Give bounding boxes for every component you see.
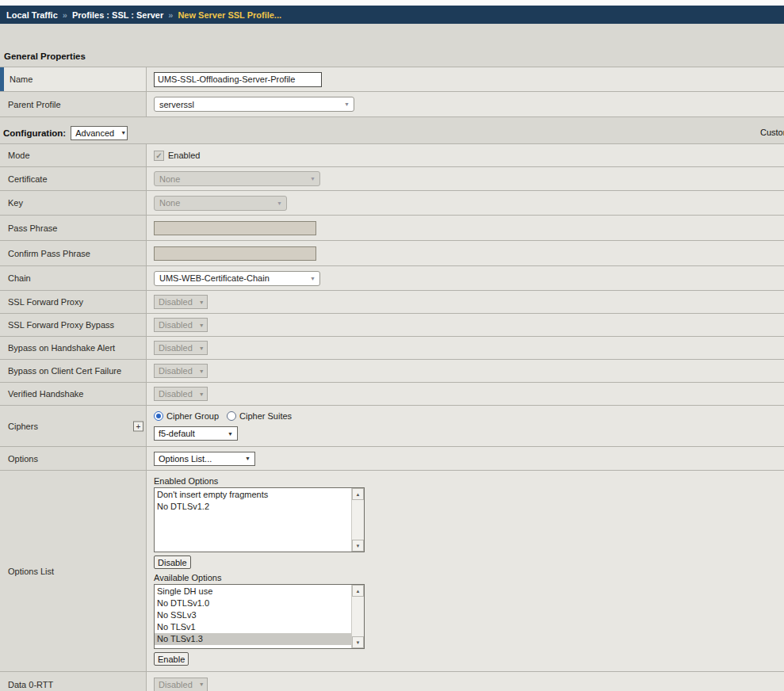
data-0-rtt-selected-value: Disabled bbox=[159, 680, 193, 689]
row-mode: Mode ✓ Enabled bbox=[0, 144, 784, 167]
chain-dropdown[interactable]: UMS-WEB-Certificate-Chain ▼ bbox=[154, 271, 320, 286]
expand-button[interactable]: + bbox=[133, 421, 143, 431]
cipher-group-selected-value: f5-default bbox=[159, 429, 195, 438]
disable-button[interactable]: Disable bbox=[154, 555, 191, 569]
verified-handshake-selected-value: Disabled bbox=[159, 389, 193, 399]
list-item[interactable]: Don't insert empty fragments bbox=[155, 489, 351, 501]
confirm-pass-phrase-input bbox=[154, 246, 316, 261]
key-value-cell: None ▼ bbox=[147, 191, 784, 215]
bypass-on-client-cert-failure-label: Bypass on Client Cert Failure bbox=[0, 360, 147, 382]
bypass-on-handshake-alert-value-cell: Disabled ▼ bbox=[147, 337, 784, 359]
ssl-forward-proxy-bypass-select: Disabled ▼ bbox=[154, 318, 208, 332]
ssl-forward-proxy-bypass-label: SSL Forward Proxy Bypass bbox=[0, 314, 147, 336]
certificate-dropdown: None ▼ bbox=[154, 171, 320, 186]
mode-label: Mode bbox=[0, 144, 147, 166]
cipher-suites-radio[interactable] bbox=[227, 411, 236, 421]
mode-value-cell: ✓ Enabled bbox=[147, 144, 784, 166]
bypass-on-handshake-alert-select: Disabled ▼ bbox=[154, 341, 208, 355]
configuration-view-select[interactable]: Advanced ▼ bbox=[71, 126, 128, 140]
pass-phrase-label: Pass Phrase bbox=[0, 216, 147, 240]
chevron-down-icon: ▼ bbox=[310, 176, 316, 181]
enable-button[interactable]: Enable bbox=[154, 652, 189, 666]
list-item[interactable]: No TLSv1 bbox=[155, 621, 351, 633]
scroll-down-icon[interactable]: ▼ bbox=[352, 540, 364, 552]
scrollbar[interactable]: ▲ ▼ bbox=[351, 585, 364, 648]
certificate-value-cell: None ▼ bbox=[147, 167, 784, 190]
ciphers-radio-group: Cipher Group Cipher Suites bbox=[154, 411, 300, 421]
chain-selected-value: UMS-WEB-Certificate-Chain bbox=[159, 273, 270, 283]
ciphers-label-cell: Ciphers + bbox=[0, 406, 147, 446]
scrollbar[interactable]: ▲ ▼ bbox=[351, 488, 364, 552]
chevron-down-icon: ▼ bbox=[199, 323, 205, 328]
row-options: Options Options List... ▼ bbox=[0, 447, 784, 471]
verified-handshake-select: Disabled ▼ bbox=[154, 387, 208, 401]
cipher-suites-radio-label: Cipher Suites bbox=[239, 411, 292, 421]
general-properties-title: General Properties bbox=[4, 52, 784, 61]
bypass-on-handshake-alert-label: Bypass on Handshake Alert bbox=[0, 337, 147, 359]
pass-phrase-input bbox=[154, 221, 316, 235]
options-select[interactable]: Options List... ▼ bbox=[154, 452, 255, 466]
enabled-options-listbox[interactable]: Don't insert empty fragments No DTLSv1.2… bbox=[154, 487, 365, 552]
certificate-selected-value: None bbox=[159, 174, 180, 184]
chevron-down-icon: ▼ bbox=[199, 368, 205, 374]
chevron-down-icon: ▼ bbox=[310, 276, 316, 281]
row-certificate: Certificate None ▼ bbox=[0, 167, 784, 191]
row-confirm-pass-phrase: Confirm Pass Phrase bbox=[0, 241, 784, 266]
name-value-cell bbox=[147, 67, 784, 91]
certificate-label: Certificate bbox=[0, 167, 147, 190]
verified-handshake-label: Verified Handshake bbox=[0, 383, 147, 405]
options-list-value-cell: Enabled Options Don't insert empty fragm… bbox=[147, 471, 784, 671]
breadcrumb-profiles-ssl-server[interactable]: Profiles : SSL : Server bbox=[72, 10, 163, 20]
options-list-label: Options List bbox=[0, 471, 147, 671]
scroll-down-icon[interactable]: ▼ bbox=[352, 636, 364, 648]
data-0-rtt-label: Data 0-RTT bbox=[0, 672, 147, 691]
options-value-cell: Options List... ▼ bbox=[147, 447, 784, 470]
chevron-down-icon: ▼ bbox=[344, 101, 350, 107]
check-icon: ✓ bbox=[155, 151, 162, 160]
chevron-down-icon: ▼ bbox=[199, 300, 205, 305]
ssl-forward-proxy-bypass-selected-value: Disabled bbox=[159, 320, 193, 330]
available-options-listbox[interactable]: Single DH use No DTLSv1.0 No SSLv3 No TL… bbox=[154, 584, 365, 649]
bypass-on-handshake-alert-selected-value: Disabled bbox=[159, 343, 193, 353]
parent-profile-selected-value: serverssl bbox=[159, 100, 194, 109]
parent-profile-value-cell: serverssl ▼ bbox=[147, 92, 784, 116]
ciphers-value-cell: Cipher Group Cipher Suites f5-default ▼ bbox=[147, 406, 784, 446]
list-item[interactable]: Single DH use bbox=[155, 586, 351, 597]
bypass-on-client-cert-failure-selected-value: Disabled bbox=[159, 366, 193, 376]
row-bypass-on-handshake-alert: Bypass on Handshake Alert Disabled ▼ bbox=[0, 337, 784, 360]
ssl-forward-proxy-bypass-value-cell: Disabled ▼ bbox=[147, 314, 784, 336]
configuration-label: Configuration: bbox=[3, 128, 66, 138]
available-options-items: Single DH use No DTLSv1.0 No SSLv3 No TL… bbox=[155, 585, 351, 648]
breadcrumb-current-page: New Server SSL Profile... bbox=[178, 10, 281, 20]
ssl-forward-proxy-value-cell: Disabled ▼ bbox=[147, 291, 784, 313]
scroll-up-icon[interactable]: ▲ bbox=[352, 488, 364, 500]
cipher-group-radio[interactable] bbox=[154, 411, 163, 421]
chevron-down-icon: ▼ bbox=[245, 456, 250, 461]
cipher-group-radio-label: Cipher Group bbox=[166, 411, 219, 421]
cipher-group-select[interactable]: f5-default ▼ bbox=[154, 426, 238, 441]
row-name: Name bbox=[0, 67, 784, 92]
configuration-bar: Configuration: Advanced ▼ Custom bbox=[0, 122, 784, 143]
ssl-forward-proxy-select: Disabled ▼ bbox=[154, 295, 208, 309]
row-ciphers: Ciphers + Cipher Group Cipher Suites f5-… bbox=[0, 406, 784, 447]
confirm-pass-phrase-value-cell bbox=[147, 241, 784, 265]
name-input[interactable] bbox=[154, 72, 322, 87]
chevron-down-icon: ▼ bbox=[277, 200, 282, 206]
breadcrumb-local-traffic[interactable]: Local Traffic bbox=[6, 10, 58, 20]
list-item[interactable]: No DTLSv1.2 bbox=[155, 501, 351, 513]
list-item-selected[interactable]: No TLSv1.3 bbox=[155, 633, 351, 645]
chevron-down-icon: ▼ bbox=[199, 391, 205, 397]
mode-checkbox-label: Enabled bbox=[168, 151, 200, 160]
row-verified-handshake: Verified Handshake Disabled ▼ bbox=[0, 383, 784, 406]
key-label: Key bbox=[0, 191, 147, 215]
available-options-title: Available Options bbox=[154, 573, 221, 582]
list-item[interactable]: No DTLSv1.0 bbox=[155, 597, 351, 609]
parent-profile-dropdown[interactable]: serverssl ▼ bbox=[154, 97, 354, 112]
list-item[interactable]: No SSLv3 bbox=[155, 609, 351, 621]
row-key: Key None ▼ bbox=[0, 191, 784, 216]
enabled-options-title: Enabled Options bbox=[154, 476, 218, 486]
scroll-up-icon[interactable]: ▲ bbox=[352, 585, 364, 597]
chevron-down-icon: ▼ bbox=[199, 681, 205, 687]
confirm-pass-phrase-label: Confirm Pass Phrase bbox=[0, 241, 147, 265]
general-properties-table: Name Parent Profile serverssl ▼ bbox=[0, 67, 784, 117]
